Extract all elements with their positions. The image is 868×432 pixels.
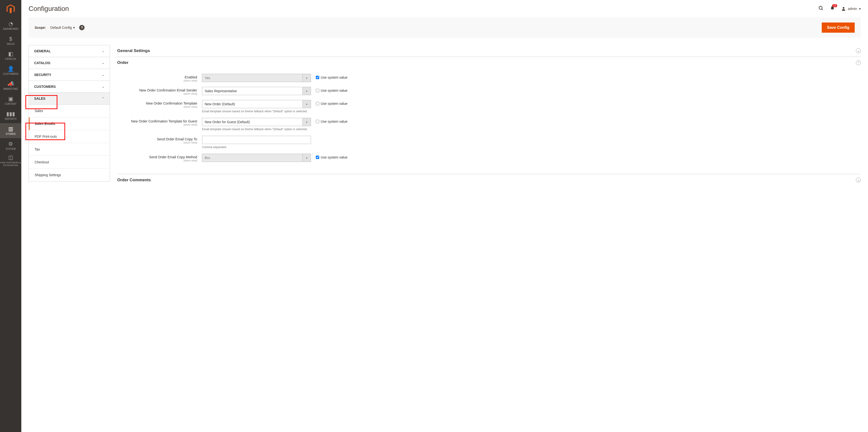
nav-reports[interactable]: ▮▮▮REPORTS xyxy=(0,108,21,123)
field-label: New Order Confirmation Template for Gues… xyxy=(131,119,197,123)
nav-system[interactable]: ⚙SYSTEM xyxy=(0,138,21,153)
section-general-settings[interactable]: General Settings ⌄ xyxy=(117,45,861,57)
cfg-sub-pdf[interactable]: PDF Print-outs xyxy=(29,130,110,143)
notification-badge: 13 xyxy=(832,4,837,7)
nav-customers[interactable]: 👤CUSTOMERS xyxy=(0,63,21,78)
save-config-button[interactable]: Save Config xyxy=(822,23,855,33)
field-scope: [store view] xyxy=(117,79,197,82)
use-system-copy-method[interactable]: Use system value xyxy=(316,154,347,159)
nav-dashboard[interactable]: ◔DASHBOARD xyxy=(0,18,21,33)
config-nav: GENERAL⌄ CATALOG⌄ SECURITY⌄ CUSTOMERS⌄ S… xyxy=(29,45,110,181)
config-main: General Settings ⌄ Order ⌃ Enabled[store… xyxy=(117,45,861,186)
copy-to-input[interactable] xyxy=(202,136,311,144)
select-value: Sales Representative xyxy=(202,89,303,93)
select-value: Bcc xyxy=(202,156,303,160)
nav-stores[interactable]: ▥STORES xyxy=(0,123,21,138)
gauge-icon: ◔ xyxy=(8,21,13,27)
cfg-sub-sales-emails[interactable]: Sales Emails xyxy=(29,118,110,130)
scope-label: Scope: xyxy=(35,26,46,30)
search-icon[interactable] xyxy=(818,6,824,12)
caret-down-icon: ▾ xyxy=(73,26,75,30)
field-copy-to: Send Order Email Copy To[store view] Com… xyxy=(117,136,861,149)
cfg-sub-shipping[interactable]: Shipping Settings xyxy=(29,169,110,181)
cfg-sub-tax[interactable]: Tax xyxy=(29,143,110,156)
template-guest-select[interactable]: New Order for Guest (Default)▾ xyxy=(202,118,311,126)
use-system-checkbox[interactable] xyxy=(316,102,319,105)
cfg-sub-checkout[interactable]: Checkout xyxy=(29,156,110,169)
cfg-group-label: SECURITY xyxy=(34,73,51,77)
field-scope: [store view] xyxy=(117,123,197,126)
cfg-group-general[interactable]: GENERAL⌄ xyxy=(29,45,110,57)
copy-method-select: Bcc▾ xyxy=(202,154,311,162)
field-scope: [store view] xyxy=(117,92,197,95)
use-system-template-guest[interactable]: Use system value xyxy=(316,118,347,124)
sender-select[interactable]: Sales Representative▾ xyxy=(202,87,311,95)
nav-label: CONTENT xyxy=(5,103,17,105)
field-scope: [store view] xyxy=(117,159,197,162)
field-label: Enabled xyxy=(185,75,197,79)
field-scope: [store view] xyxy=(117,105,197,108)
puzzle-icon: ◫ xyxy=(8,155,13,160)
caret-down-icon: ▾ xyxy=(303,100,311,108)
page-wrap: Configuration 13 admin ▾ Scope: Default … xyxy=(21,0,868,186)
field-note: Email template chosen based on theme fal… xyxy=(202,128,311,131)
caret-down-icon: ▾ xyxy=(303,154,311,162)
section-title: Order xyxy=(117,60,128,65)
use-system-checkbox[interactable] xyxy=(316,120,319,123)
layout-icon: ▣ xyxy=(8,96,13,102)
section-order-comments[interactable]: Order Comments ⌄ xyxy=(117,174,861,186)
cfg-group-catalog[interactable]: CATALOG⌄ xyxy=(29,57,110,69)
nav-label: DASHBOARD xyxy=(3,28,18,30)
use-system-template[interactable]: Use system value xyxy=(316,100,347,105)
nav-label: REPORTS xyxy=(5,118,17,120)
nav-marketing[interactable]: 📣MARKETING xyxy=(0,78,21,93)
cfg-group-label: CUSTOMERS xyxy=(34,85,56,89)
nav-catalog[interactable]: ◧CATALOG xyxy=(0,48,21,63)
cfg-sub-sales[interactable]: Sales xyxy=(29,105,110,118)
field-label: Send Order Email Copy Method xyxy=(149,155,197,159)
collapse-icon: ⌃ xyxy=(856,60,861,65)
nav-label: SYSTEM xyxy=(6,147,16,150)
caret-down-icon: ▾ xyxy=(303,87,311,95)
chevron-up-icon: ⌃ xyxy=(102,97,104,100)
enabled-select: Yes▾ xyxy=(202,74,311,82)
header-actions: 13 admin ▾ xyxy=(818,6,861,12)
use-system-enabled[interactable]: Use system value xyxy=(316,74,347,79)
use-system-checkbox[interactable] xyxy=(316,76,319,79)
section-order[interactable]: Order ⌃ xyxy=(117,57,861,68)
use-system-label: Use system value xyxy=(321,120,347,124)
scope-select[interactable]: Default Config ▾ xyxy=(51,26,75,30)
chart-icon: ▮▮▮ xyxy=(6,111,15,117)
admin-sidebar: ◔DASHBOARD $SALES ◧CATALOG 👤CUSTOMERS 📣M… xyxy=(0,0,21,186)
use-system-checkbox[interactable] xyxy=(316,89,319,92)
user-menu[interactable]: admin ▾ xyxy=(841,6,861,11)
cfg-group-label: SALES xyxy=(34,97,45,100)
notifications-icon[interactable]: 13 xyxy=(830,6,835,12)
cfg-group-customers[interactable]: CUSTOMERS⌄ xyxy=(29,81,110,93)
use-system-sender[interactable]: Use system value xyxy=(316,87,347,93)
cube-icon: ◧ xyxy=(8,51,13,57)
field-enabled: Enabled[store view] Yes▾ Use system valu… xyxy=(117,74,861,82)
svg-line-1 xyxy=(822,9,823,10)
magento-logo[interactable] xyxy=(0,0,21,18)
use-system-checkbox[interactable] xyxy=(316,156,319,159)
cfg-group-sales[interactable]: SALES⌃ xyxy=(29,93,110,105)
template-select[interactable]: New Order (Default)▾ xyxy=(202,100,311,108)
field-label: New Order Confirmation Template xyxy=(146,101,197,105)
use-system-label: Use system value xyxy=(321,102,347,105)
order-fieldset: Enabled[store view] Yes▾ Use system valu… xyxy=(117,68,861,174)
field-template-guest: New Order Confirmation Template for Gues… xyxy=(117,118,861,131)
field-note: Comma-separated. xyxy=(202,145,311,149)
nav-partners[interactable]: ◫FIND PARTNERS & EXTENSIONS xyxy=(0,153,21,168)
nav-content[interactable]: ▣CONTENT xyxy=(0,93,21,108)
scope-value: Default Config xyxy=(51,26,72,30)
section-title: General Settings xyxy=(117,48,150,53)
caret-down-icon: ▾ xyxy=(303,74,311,82)
field-label: New Order Confirmation Email Sender xyxy=(139,88,197,92)
expand-icon: ⌄ xyxy=(856,48,861,53)
cfg-group-security[interactable]: SECURITY⌄ xyxy=(29,69,110,81)
gear-icon: ⚙ xyxy=(8,141,13,147)
use-system-label: Use system value xyxy=(321,75,347,79)
help-icon[interactable]: ? xyxy=(79,25,85,30)
nav-sales[interactable]: $SALES xyxy=(0,33,21,48)
